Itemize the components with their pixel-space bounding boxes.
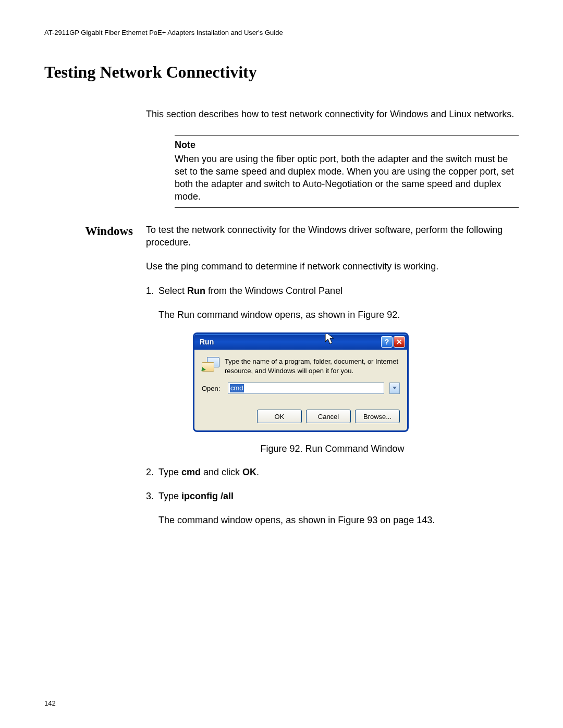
text: Type: [158, 491, 181, 501]
windows-paragraph-2: Use the ping command to determine if net…: [146, 260, 519, 273]
text: .: [256, 467, 259, 477]
bold-cmd: cmd: [181, 467, 201, 477]
side-heading-windows: Windows: [44, 225, 146, 238]
run-titlebar[interactable]: Run ? ✕: [194, 334, 407, 350]
svg-marker-1: [393, 387, 397, 389]
help-button[interactable]: ?: [381, 336, 393, 348]
step-number: 3.: [146, 490, 158, 502]
open-dropdown-button[interactable]: [389, 382, 400, 394]
step-3-after: The command window opens, as shown in Fi…: [158, 514, 519, 526]
running-header: AT-2911GP Gigabit Fiber Ethernet PoE+ Ad…: [44, 29, 519, 36]
note-text: When you are using the fiber optic port,…: [175, 153, 519, 203]
step-1: 1. Select Run from the Windows Control P…: [146, 285, 519, 297]
step-2-text: Type cmd and click OK.: [158, 466, 519, 478]
run-icon: [202, 357, 219, 375]
browse-button[interactable]: Browse...: [355, 410, 400, 423]
step-2: 2. Type cmd and click OK.: [146, 466, 519, 478]
bold-ipconfig: ipconfig /all: [181, 491, 234, 501]
svg-marker-0: [325, 332, 334, 344]
text: from the Windows Control Panel: [205, 286, 342, 296]
text: Select: [158, 286, 187, 296]
page-number: 142: [44, 699, 56, 707]
bold-run: Run: [187, 286, 205, 296]
figure-caption: Figure 92. Run Command Window: [146, 442, 519, 455]
run-description: Type the name of a program, folder, docu…: [225, 357, 400, 375]
document-page: AT-2911GP Gigabit Fiber Ethernet PoE+ Ad…: [0, 0, 563, 728]
windows-paragraph-1: To test the network connectivity for the…: [146, 224, 519, 249]
step-number: 1.: [146, 285, 158, 297]
bold-ok: OK: [242, 467, 256, 477]
close-button[interactable]: ✕: [394, 336, 405, 348]
run-dialog: Run ? ✕: [193, 332, 409, 432]
open-input-value: cmd: [230, 384, 244, 392]
intro-paragraph: This section describes how to test netwo…: [146, 108, 519, 120]
step-3-text: Type ipconfig /all: [158, 490, 519, 502]
cancel-button[interactable]: Cancel: [306, 410, 351, 423]
note-label: Note: [175, 139, 519, 151]
run-title: Run: [200, 337, 381, 347]
note-box: Note When you are using the fiber optic …: [175, 135, 519, 207]
step-number: 2.: [146, 466, 158, 478]
step-1-text: Select Run from the Windows Control Pane…: [158, 285, 519, 297]
text: and click: [201, 467, 242, 477]
section-title: Testing Network Connectivity: [44, 63, 519, 82]
figure-92: Run ? ✕: [193, 332, 519, 432]
open-input[interactable]: cmd: [228, 382, 384, 394]
ok-button[interactable]: OK: [257, 410, 302, 423]
step-3: 3. Type ipconfig /all: [146, 490, 519, 502]
step-1-after: The Run command window opens, as shown i…: [158, 309, 519, 321]
text: Type: [158, 467, 181, 477]
open-label: Open:: [202, 384, 223, 393]
